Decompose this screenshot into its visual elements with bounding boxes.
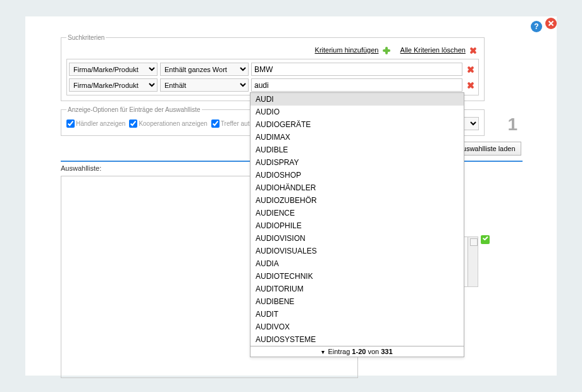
autocomplete-item[interactable]: AUDIBLE xyxy=(251,144,464,156)
delete-row-icon-1[interactable] xyxy=(465,80,476,91)
search-criteria-legend: Suchkriterien xyxy=(66,34,106,41)
autocomplete-item[interactable]: AUDIO xyxy=(251,106,464,118)
scrollbar-icon[interactable] xyxy=(467,237,478,286)
criterion-row-1: Firma/Marke/Produkt Enthält xyxy=(69,77,476,93)
autocomplete-item[interactable]: AUDIENCE xyxy=(251,207,464,219)
cooperations-label: Kooperationen anzeigen xyxy=(139,120,207,127)
value-input-0[interactable] xyxy=(251,63,462,76)
field-select-0[interactable]: Firma/Marke/Produkt xyxy=(69,63,158,76)
autocomplete-item[interactable]: AUDIOSHOP xyxy=(251,169,464,181)
add-icon[interactable] xyxy=(381,45,392,56)
autocomplete-item[interactable]: AUDI xyxy=(251,93,464,106)
close-icon[interactable] xyxy=(545,18,557,29)
autocomplete-item[interactable]: AUDIOZUBEHÖR xyxy=(251,194,464,207)
autocomplete-item[interactable]: AUDISPRAY xyxy=(251,156,464,169)
autocomplete-item[interactable]: AUDIA xyxy=(251,257,464,270)
autocomplete-item[interactable]: AUDIOVISION xyxy=(251,232,464,245)
autocomplete-item[interactable]: AUDIBENE xyxy=(251,295,464,308)
confirm-check-icon[interactable] xyxy=(481,235,490,244)
autocomplete-item[interactable]: AUDIVOX xyxy=(251,321,464,333)
field-select-1[interactable]: Firma/Marke/Produkt xyxy=(69,78,158,92)
autocomplete-item[interactable]: AUDIOGERÄTE xyxy=(251,118,464,131)
delete-all-criteria-link[interactable]: Alle Kriterien löschen xyxy=(400,46,466,54)
autocomplete-item[interactable]: AUDIOTECHNIK xyxy=(251,270,464,283)
dealer-checkbox[interactable] xyxy=(66,119,75,128)
autocomplete-item[interactable]: AUDIMAX xyxy=(251,131,464,144)
delete-all-icon[interactable] xyxy=(467,45,479,56)
criterion-row-0: Firma/Marke/Produkt Enthält ganzes Wort xyxy=(69,61,476,77)
display-options-legend: Anzeige-Optionen für Einträge der Auswah… xyxy=(66,106,202,113)
delete-row-icon-0[interactable] xyxy=(465,64,476,75)
value-input-1[interactable] xyxy=(251,78,462,92)
selection-list-label: Auswahlliste: xyxy=(61,164,101,172)
cooperations-checkbox[interactable] xyxy=(129,119,137,128)
dealer-label: Händler anzeigen xyxy=(76,120,125,127)
search-criteria-fieldset: Suchkriterien Kriterium hinzufügen Alle … xyxy=(61,34,485,101)
operator-select-1[interactable]: Enthält xyxy=(160,78,249,92)
autocomplete-item[interactable]: AUDIOSYSTEME xyxy=(251,333,464,346)
autocomplete-item[interactable]: AUDIOPHILE xyxy=(251,219,464,232)
help-icon[interactable]: ? xyxy=(531,21,542,32)
hits-checkbox[interactable] xyxy=(211,119,220,128)
autocomplete-item[interactable]: AUDIOHÄNDLER xyxy=(251,181,464,194)
dropdown-caret-icon xyxy=(321,348,326,355)
autocomplete-dropdown: AUDIAUDIOAUDIOGERÄTEAUDIMAXAUDIBLEAUDISP… xyxy=(250,92,464,357)
operator-select-0[interactable]: Enthält ganzes Wort xyxy=(160,63,249,76)
autocomplete-footer[interactable]: Eintrag 1-20 von 331 xyxy=(251,346,464,357)
autocomplete-item[interactable]: AUDIOVISUALES xyxy=(251,245,464,257)
add-criterion-link[interactable]: Kriterium hinzufügen xyxy=(315,46,379,54)
autocomplete-item[interactable]: AUDITORIUM xyxy=(251,283,464,295)
autocomplete-item[interactable]: AUDIT xyxy=(251,308,464,321)
